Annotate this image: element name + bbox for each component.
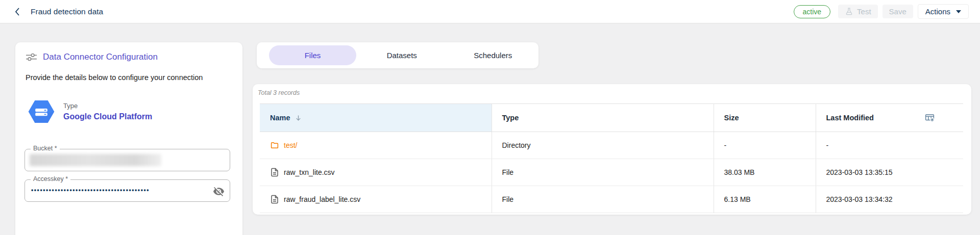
tabs-bar: Files Datasets Schedulers bbox=[257, 42, 538, 68]
caret-down-icon bbox=[956, 10, 961, 13]
test-button[interactable]: Test bbox=[838, 5, 878, 18]
gcp-storage-icon bbox=[28, 99, 55, 124]
panel-header: Data Connector Configuration bbox=[26, 52, 158, 62]
file-size: - bbox=[714, 132, 816, 159]
page-title: Fraud detection data bbox=[31, 7, 103, 16]
column-header-type[interactable]: Type bbox=[492, 104, 714, 132]
panel-subtitle: Provide the details below to configure y… bbox=[26, 73, 203, 82]
accesskey-field[interactable]: Accesskey * ••••••••••••••••••••••••••••… bbox=[24, 179, 230, 202]
column-header-last-modified[interactable]: Last Modified bbox=[816, 104, 963, 132]
app-screen: Fraud detection data active Test Save Ac… bbox=[0, 0, 980, 235]
data-connector-panel: Data Connector Configuration Provide the… bbox=[15, 42, 242, 235]
table-header-row: Name Type Size Last Modified bbox=[260, 104, 963, 132]
toggle-visibility-button[interactable] bbox=[212, 185, 225, 197]
total-records-text: Total 3 records bbox=[258, 89, 300, 96]
table-row[interactable]: test/ Directory - - bbox=[260, 132, 963, 159]
column-settings-icon[interactable] bbox=[924, 113, 935, 123]
accesskey-field-label: Accesskey * bbox=[31, 175, 70, 182]
bucket-redacted-value bbox=[30, 154, 161, 166]
topbar-actions: active Test Save Actions bbox=[794, 4, 980, 19]
type-value: Google Cloud Platform bbox=[63, 112, 152, 121]
bucket-field-label: Bucket * bbox=[31, 145, 60, 152]
file-type: Directory bbox=[492, 132, 714, 159]
column-header-name[interactable]: Name bbox=[260, 104, 492, 132]
save-button[interactable]: Save bbox=[883, 5, 913, 18]
table-row[interactable]: raw_fraud_label_lite.csv File 6.13 MB 20… bbox=[260, 186, 963, 213]
column-header-last-modified-label: Last Modified bbox=[826, 114, 874, 122]
top-bar: Fraud detection data active Test Save Ac… bbox=[0, 0, 980, 23]
tab-datasets[interactable]: Datasets bbox=[356, 42, 448, 68]
file-icon bbox=[270, 195, 279, 204]
file-size: 6.13 MB bbox=[714, 186, 816, 213]
file-icon bbox=[270, 168, 279, 177]
eye-off-icon bbox=[213, 186, 225, 197]
file-type: File bbox=[492, 159, 714, 186]
file-name[interactable]: raw_fraud_label_lite.csv bbox=[284, 195, 360, 203]
type-label: Type bbox=[63, 102, 152, 110]
file-name[interactable]: test/ bbox=[284, 141, 297, 149]
status-badge: active bbox=[794, 5, 831, 18]
tab-schedulers[interactable]: Schedulers bbox=[448, 42, 539, 68]
file-type: File bbox=[492, 186, 714, 213]
chevron-left-icon bbox=[14, 7, 21, 16]
connector-type-row: Type Google Cloud Platform bbox=[28, 99, 152, 124]
flask-icon bbox=[845, 7, 853, 16]
folder-icon bbox=[270, 141, 279, 150]
actions-button-label: Actions bbox=[925, 7, 950, 16]
file-size: 38.03 MB bbox=[714, 159, 816, 186]
actions-dropdown-button[interactable]: Actions bbox=[918, 4, 969, 19]
tab-files[interactable]: Files bbox=[269, 45, 356, 65]
file-last-modified: 2023-03-03 13:34:32 bbox=[816, 186, 963, 213]
type-meta: Type Google Cloud Platform bbox=[63, 102, 152, 121]
tune-sliders-icon bbox=[26, 53, 37, 62]
column-header-type-label: Type bbox=[502, 114, 519, 122]
table-row[interactable]: raw_txn_lite.csv File 38.03 MB 2023-03-0… bbox=[260, 159, 963, 186]
file-last-modified: - bbox=[816, 132, 963, 159]
column-header-size-label: Size bbox=[724, 114, 739, 122]
file-last-modified: 2023-03-03 13:35:15 bbox=[816, 159, 963, 186]
files-table: Name Type Size Last Modified bbox=[260, 103, 963, 213]
accesskey-masked-value: •••••••••••••••••••••••••••••••••••••••• bbox=[31, 187, 150, 194]
bucket-field[interactable]: Bucket * bbox=[24, 149, 230, 171]
sort-desc-icon bbox=[295, 114, 302, 122]
column-header-size[interactable]: Size bbox=[714, 104, 816, 132]
back-button[interactable] bbox=[10, 5, 24, 19]
test-button-label: Test bbox=[857, 7, 871, 16]
panel-title: Data Connector Configuration bbox=[43, 52, 158, 62]
column-header-name-label: Name bbox=[270, 114, 290, 122]
file-name[interactable]: raw_txn_lite.csv bbox=[284, 168, 335, 176]
files-panel: Total 3 records Name Type Size Last M bbox=[253, 84, 971, 215]
save-button-label: Save bbox=[889, 7, 906, 16]
